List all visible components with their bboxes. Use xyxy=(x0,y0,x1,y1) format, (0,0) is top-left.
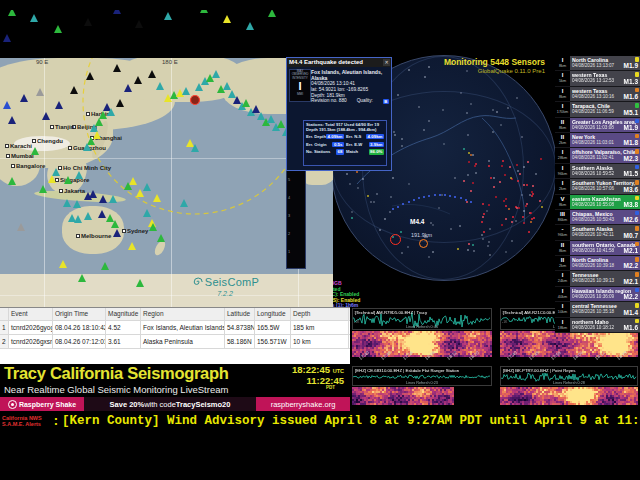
popup-body: Fox Islands, Aleutian Islands, Alaska 04… xyxy=(311,69,389,104)
mmi-value: I xyxy=(290,80,310,92)
stat-cell: Err. Depth4.09km xyxy=(306,133,344,141)
sensor-dot xyxy=(473,250,475,252)
seiscomp-world-map[interactable]: 90 E 180 E HarbinBeijingTianjinChengduSh… xyxy=(0,10,333,307)
earthquake-list-item[interactable]: I8kmwestern Texas04/08/2026 13:10:16M1.6 xyxy=(555,87,640,102)
table-cell: tcnrd2026gxsn xyxy=(9,335,53,348)
earthquake-list-item[interactable]: I10kmcentral Tennessee04/08/2026 10:35:1… xyxy=(555,302,640,317)
close-icon[interactable]: ✕ xyxy=(383,59,390,66)
y-axis-max: 1K xyxy=(354,311,358,315)
waveform-panel-pointreyes[interactable]: [BHZ] BK.PTRY.00.BHZ | Point Reyes Lines… xyxy=(500,366,638,386)
station-marker xyxy=(156,82,164,90)
sensor-dot xyxy=(541,206,543,208)
sensor-dot xyxy=(482,238,484,240)
sensor-dot xyxy=(530,221,532,223)
sensor-dot xyxy=(408,183,410,185)
sensor-dot xyxy=(488,241,490,243)
brand-segment: Raspberry Shake xyxy=(0,397,84,411)
sensor-dot xyxy=(474,165,476,167)
quality-dot xyxy=(635,242,640,247)
sensor-dot xyxy=(441,194,443,196)
sensor-dot xyxy=(418,106,420,108)
station-marker xyxy=(268,10,276,17)
sensor-dot xyxy=(523,222,525,224)
quake-revision: Revision no. 880 xyxy=(311,98,347,104)
sensor-dot xyxy=(482,216,484,218)
station-marker xyxy=(101,262,109,270)
earthquake-list-item[interactable]: I8kmNorth Carolina04/08/2026 13:13:07M1.… xyxy=(555,56,640,71)
earthquake-list-item[interactable]: I28kmoffshore Valparaíso, Chile04/08/202… xyxy=(555,148,640,163)
station-marker xyxy=(8,116,16,124)
earthquake-list-item[interactable]: II2kmNorth Carolina04/08/2026 10:39:18M2… xyxy=(555,256,640,271)
sensor-dot xyxy=(540,158,542,160)
table-row[interactable]: 1tcnrd2026gyog08.04.26 18:10:424.52Fox I… xyxy=(0,321,350,335)
seiscomp-spiral-icon xyxy=(191,276,205,288)
earthquake-list-item[interactable]: I2kmSouthern Yukon Territory, Canada04/0… xyxy=(555,179,640,194)
sensor-dot xyxy=(511,240,513,242)
clock: 18:22:45 UTC 11:22:45 PDT xyxy=(292,365,344,391)
spectrogram-panel-pointreyes[interactable] xyxy=(500,387,638,405)
sensor-dot xyxy=(517,180,519,182)
intensity-icon: I2km xyxy=(555,179,570,193)
spectrogram-panel-eskdale[interactable] xyxy=(352,387,492,405)
brand-url[interactable]: raspberryshake.org xyxy=(256,397,350,411)
globalquake-status-block: FPS: 29RAM: 3.26 / 19.9GBServer: Connect… xyxy=(333,276,446,307)
refresh-label: Lines Refresh 0:44 xyxy=(353,325,491,329)
table-header-cell: Longitude xyxy=(255,308,291,320)
quality-dot xyxy=(635,180,640,185)
sensor-dot xyxy=(424,76,426,78)
sensor-dot xyxy=(505,198,507,200)
recent-earthquakes-list: I8kmNorth Carolina04/08/2026 13:13:07M1.… xyxy=(555,56,640,333)
earthquake-list-item[interactable]: I96kmSouthern Alaska04/08/2026 10:59:52M… xyxy=(555,164,640,179)
sensor-dot xyxy=(428,120,430,122)
alert-ticker: California NWS S.A.M.E. Alerts : [Kern C… xyxy=(0,411,640,432)
earthquake-list-item[interactable]: II8kmGreater Los Angeles area, Californi… xyxy=(555,118,640,133)
table-cell: 185 km xyxy=(291,321,349,334)
sensor-dot xyxy=(523,166,525,168)
sensor-dot xyxy=(525,205,527,207)
earthquake-list-item[interactable]: I5kmwestern Texas04/08/2026 13:12:53M1.3 xyxy=(555,71,640,86)
station-marker xyxy=(136,279,144,287)
sensor-dot xyxy=(392,177,394,179)
station-marker xyxy=(223,15,231,23)
waveform-panel-eskdale[interactable]: [EHZ] CE.68310.00.EHZ | Eskdale Flat Ran… xyxy=(352,366,492,386)
event-magnitude: M1.8 xyxy=(624,139,638,146)
earthquake-list-item[interactable]: II8kmsouthern Ontario, Canada04/08/2026 … xyxy=(555,241,640,256)
page-title: Tracy California Seismograph xyxy=(4,364,229,383)
station-marker xyxy=(135,20,143,28)
sensor-dot xyxy=(495,196,497,198)
earthquake-list-item[interactable]: I18kmnorthern Idaho04/08/2026 10:18:12M1… xyxy=(555,318,640,333)
popup-title: M4.4 Earthquake detected xyxy=(287,58,391,67)
epicenter-ring xyxy=(390,234,401,245)
ticker-separator: : xyxy=(52,414,60,429)
earthquake-list-item[interactable]: I40kmHawaiian Islands region04/08/2026 1… xyxy=(555,287,640,302)
earthquake-alert-popup: M4.4 Earthquake detected ✕ MAX OBSERVED … xyxy=(286,57,392,171)
earthquake-list-item[interactable]: I24kmTennessee04/08/2026 10:39:13M2.1 xyxy=(555,271,640,286)
stat-grid: Err. Depth4.09kmErr. N-S4.09kmErr. Origi… xyxy=(306,133,384,156)
station-marker xyxy=(128,242,136,250)
refresh-label: Lines Refresh 0:23 xyxy=(353,381,491,385)
sensor-dot xyxy=(400,231,402,233)
sensor-dot xyxy=(502,160,504,162)
earthquake-list-item[interactable]: V8kmeastern Kazakhstan04/08/2026 10:55:0… xyxy=(555,195,640,210)
earthquake-list-item[interactable]: -96kmSouthern Alaska04/08/2026 10:42:11M… xyxy=(555,225,640,240)
table-row[interactable]: 2tcnrd2026gxsn08.04.26 07:12:013.61Alask… xyxy=(0,335,350,349)
earthquake-list-item[interactable]: III86kmChiapas, Mexico04/08/2026 10:50:4… xyxy=(555,210,640,225)
monitoring-sensors-label: Monitoring 5448 Sensors xyxy=(444,57,545,67)
sensor-dot xyxy=(379,229,381,231)
utc-label: UTC xyxy=(333,368,344,374)
quality-dot xyxy=(635,134,640,139)
event-magnitude: M1.3 xyxy=(624,78,638,85)
stat-value-badge: 0.5s xyxy=(332,142,344,147)
waveform-panel-tracy[interactable]: [Technical] AM.R79D5.00.EHZ | Tracy 1K -… xyxy=(352,308,492,330)
intensity-icon: I28km xyxy=(555,148,570,162)
earthquake-list-item[interactable]: II2kmNew York04/08/2026 11:03:01M1.8 xyxy=(555,133,640,148)
table-header-cell: Region xyxy=(141,308,225,320)
spectrogram-canvas xyxy=(500,331,638,357)
station-marker xyxy=(164,12,172,20)
spectrogram-panel-sanfrancisco[interactable] xyxy=(500,331,638,357)
sensor-dot xyxy=(346,173,348,175)
earthquake-list-item[interactable]: I170kmTarapacá, Chile04/08/2026 11:06:59… xyxy=(555,102,640,117)
table-cell: 165.5W xyxy=(255,321,291,334)
globe-quake-depth: 191.9km xyxy=(411,232,432,238)
sensor-dot xyxy=(523,210,525,212)
